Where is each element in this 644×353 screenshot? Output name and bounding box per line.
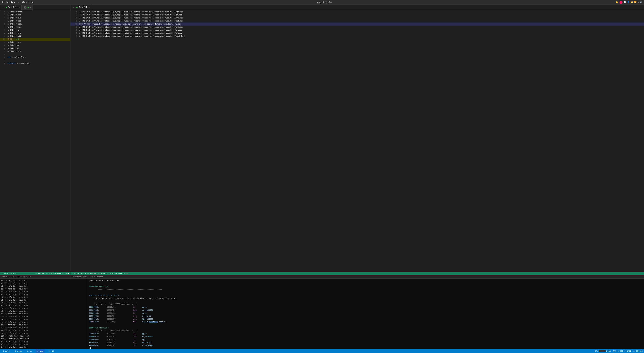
status-tab-rtl[interactable]: 4 rtl (47, 349, 56, 353)
terminal-line: a5 -> ref: 0x0, mcu: 0x0 (1, 304, 86, 307)
tab1-number: 1. (2, 7, 5, 9)
right-branch: pa3 (74, 272, 78, 274)
ram-used: 6.8GB (618, 350, 623, 352)
bottom-status-right: CPU 2.1% RAM 6.8GB / 14GB 1 55M 23 (595, 350, 643, 352)
left-arrow: < (49, 272, 50, 274)
right-line-content: # IMG ?=/home/fujie/Developer/git_repos/… (78, 17, 184, 20)
editor-line: 1 # EXEC = sra (0, 41, 70, 44)
disasm-line: 80000000: 00200193 li gp,2 (89, 306, 642, 309)
status-tab-nemu[interactable]: 1 nemu (14, 349, 23, 353)
terminal-line: s2 -> ref: 0x0, mcu: 0x0 (1, 312, 86, 315)
left-status-end: ■ (68, 272, 69, 274)
cpu-graph (599, 350, 606, 352)
status-tab-ysyx[interactable]: 0 ysyx (1, 349, 11, 353)
editor-line: 4 # EXEC =test (0, 50, 70, 53)
right-line-number: 1 (72, 26, 77, 29)
right-editor-panel: 1. Makefile ✕ 4 # IMG ?=/home/fujie/Deve… (70, 5, 644, 278)
left-file-info: "Makefile" 31L, 392B written (0, 275, 70, 278)
right-line-number: 4 (72, 35, 77, 38)
right-tab-1[interactable]: 1. Makefile ✕ (71, 5, 92, 10)
editor-line: 6 SRC = ${EXEC}.S (0, 56, 70, 59)
disasm-line: 80000008: 00000113 li sp,0 (89, 312, 642, 315)
terminal-line: a3 -> ref: 0x0, mcu: 0x0 (1, 299, 86, 301)
left-mode: -- NORMAL -- (35, 272, 48, 274)
disasm-line: #---------------------------------------… (89, 288, 642, 291)
disasm-line: TEST_RR_OP(n, srl, ((v) & ((1 << (__risc… (89, 297, 642, 300)
cpu-percent: 2.1% (606, 350, 611, 352)
rtab1-number: 1. (73, 7, 75, 9)
terminal-left[interactable]: t0 -> ref: 0x2, mcu: 0x2t1 -> ref: 0x1, … (0, 278, 87, 349)
line-content: # EXEC = or (7, 29, 20, 32)
right-line-content: # IMG ?=/home/fujie/Developer/git_repos/… (78, 20, 184, 23)
bluetooth-icon: ⚙ (638, 1, 639, 4)
line-content: # EXEC = slt (7, 20, 21, 23)
terminal-right[interactable]: Disassembly of section .text: 80000000 <… (87, 278, 644, 349)
avatar-icon (620, 1, 622, 4)
disasm-line: 80000000 <test_2>: (89, 285, 642, 288)
cpu-bar: CPU 2.1% (595, 350, 611, 352)
right-line-number: 3 (72, 14, 77, 17)
disasm-line (89, 282, 642, 285)
line-content: SRC = ${EXEC}.S (7, 56, 24, 59)
rtab1-close[interactable]: ✕ (89, 7, 90, 9)
disasm-line: 8000001c: 800007b7 lui ra,0x80000 (89, 335, 642, 338)
line-number: 6 (1, 20, 5, 23)
right-status-icon: ⎇ (72, 272, 74, 275)
activities-button[interactable]: Activities (2, 1, 15, 4)
left-warnings: △ 0 (13, 272, 16, 275)
line-content: # EXEC = add (7, 14, 21, 17)
left-errors: ⊘ 0 (9, 272, 12, 275)
top-bar-right: 🔔 💬 👤 📁 📶 ⚙ 🔊 (616, 1, 642, 4)
line-content: # EXEC = xor (7, 26, 21, 29)
line-number: 2 (1, 44, 5, 47)
right-line-content: # IMG ?=/home/fujie/Developer/git_repos/… (78, 26, 184, 29)
right-status-bar: ⎇ pa3 ⊘ 0 △ 0 -- NORMAL -- spaces: 0 utf… (70, 272, 644, 275)
top-bar-left: Activities ▪ Alacritty (2, 1, 34, 4)
tab2-close[interactable]: ✕ (30, 7, 31, 9)
line-content: # EXEC = srai (7, 11, 22, 14)
right-file-info: "Makefile" 135L, 5921B written (70, 275, 644, 278)
folder-icon: 📁 (630, 1, 633, 4)
status-tab-so[interactable]: 2 so (26, 349, 34, 353)
right-line-number: 61 (72, 23, 77, 26)
terminal-line: a0 -> ref: 0x0, mcu: 0x0 (1, 290, 86, 293)
right-line-content: # IMG ?=/home/fujie/Developer/git_repos/… (78, 11, 184, 14)
right-file-info-text: "Makefile" 135L, 5921B written (72, 276, 103, 278)
disasm-line: 80000010: 800003b7 lui t2,0x80000 (89, 318, 642, 321)
left-branch: main (4, 272, 8, 274)
right-editor-content[interactable]: 4 # IMG ?=/home/fujie/Developer/git_repo… (70, 10, 644, 272)
disasm-line: Disassembly of section .text: (89, 279, 642, 282)
editor-line: 9 # EXEC = srai (0, 11, 70, 14)
rtab1-dot (76, 7, 78, 8)
tab1-close[interactable]: ✕ (19, 7, 20, 9)
line-content: # EXEC = sub (7, 17, 21, 20)
line-content: # EXEC = sll (7, 35, 21, 38)
terminal-line: s9 -> ref: 0x0, mcu: 0x0 (1, 332, 86, 335)
editor-line: 2 # EXEC =sw (0, 44, 70, 47)
disasm-line (89, 323, 642, 327)
left-tab-1[interactable]: 1. Makefile ✕ (1, 5, 22, 10)
ram-label: RAM (613, 350, 616, 352)
line-number: 1 (1, 41, 5, 44)
status-tab-npc[interactable]: 3 npc (36, 349, 44, 353)
app-name: Alacritty (22, 1, 33, 4)
terminal-line: s5 -> ref: 0x0, mcu: 0x0 (1, 321, 86, 324)
main-content: 1. Makefile ✕ 2 ✕ 9 # EXEC = srai8 # EXE… (0, 5, 644, 278)
right-encoding: utf-8 (112, 272, 117, 274)
tab2-dot (28, 7, 29, 8)
terminal-line: s8 -> ref: 0x0, mcu: 0x0 (1, 329, 86, 332)
terminal-line: s4 -> ref: 0x0, mcu: 0x0 (1, 318, 86, 321)
line-content: # EXEC =sw (7, 44, 19, 47)
left-tab-2[interactable]: 2 ✕ (22, 5, 33, 10)
terminal-line: t4 -> ref: 0x0, mcu: 0x0 (1, 346, 86, 349)
right-line-number: 4 (72, 11, 77, 14)
terminal-line: a7 -> ref: 0x0, mcu: 0x0 (1, 310, 86, 313)
left-tab-bar: 1. Makefile ✕ 2 ✕ (0, 5, 70, 10)
right-line-content: # IMG ?=/home/fujie/Developer/git_repos/… (78, 14, 182, 17)
editor-line: 3 # EXEC = or (0, 29, 70, 32)
left-editor-content[interactable]: 9 # EXEC = srai8 # EXEC = add7 # EXEC = … (0, 10, 70, 272)
editor-line: 1 # EXEC = sll (0, 35, 70, 38)
line-content: EXEC = srl (7, 38, 19, 41)
right-line-number: 3 (72, 32, 77, 35)
terminal-line: s11 -> ref: 0x0, mcu: 0x0 (1, 337, 86, 340)
